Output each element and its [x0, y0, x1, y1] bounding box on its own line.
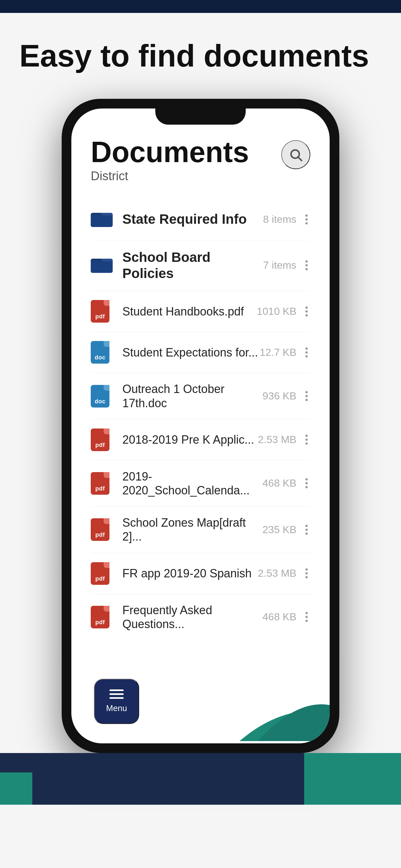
- pdf-icon: pdf: [91, 300, 113, 322]
- phone-bottom: Menu: [71, 653, 330, 743]
- list-item[interactable]: pdf Frequently Asked Questions... 468 KB: [91, 594, 310, 640]
- list-item[interactable]: pdf Student Handbooks.pdf 1010 KB: [91, 291, 310, 332]
- document-header: Documents District: [91, 137, 310, 183]
- item-name: 2018-2019 Pre K Applic...: [122, 433, 258, 446]
- item-meta: 1010 KB: [257, 306, 297, 317]
- item-name: State Required Info: [122, 211, 263, 227]
- phone-frame: Documents District: [62, 99, 339, 753]
- item-meta: 7 items: [263, 259, 297, 271]
- more-options-button[interactable]: [303, 566, 310, 581]
- more-options-button[interactable]: [303, 389, 310, 404]
- item-meta: 235 KB: [263, 524, 297, 536]
- more-options-button[interactable]: [303, 522, 310, 537]
- pdf-icon: pdf: [91, 472, 113, 495]
- search-button[interactable]: [281, 140, 310, 169]
- folder-icon: [91, 208, 113, 231]
- doc-icon: doc: [91, 341, 113, 364]
- more-options-button[interactable]: [303, 304, 310, 319]
- list-item[interactable]: State Required Info 8 items: [91, 199, 310, 240]
- item-name: FR app 2019-20 Spanish: [122, 566, 258, 580]
- more-options-button[interactable]: [303, 476, 310, 491]
- pdf-icon: pdf: [91, 429, 113, 451]
- list-item[interactable]: School Board Policies 7 items: [91, 240, 310, 291]
- more-options-button[interactable]: [303, 609, 310, 624]
- svg-rect-3: [91, 215, 113, 227]
- list-item[interactable]: pdf FR app 2019-20 Spanish 2.53 MB: [91, 553, 310, 594]
- more-options-button[interactable]: [303, 212, 310, 227]
- menu-button[interactable]: Menu: [94, 679, 139, 724]
- item-name: Frequently Asked Questions...: [122, 603, 263, 631]
- header-text: Documents District: [91, 137, 249, 183]
- svg-line-1: [298, 157, 302, 160]
- documents-subtitle: District: [91, 169, 249, 183]
- item-meta: 468 KB: [263, 477, 297, 489]
- item-meta: 2.53 MB: [258, 567, 297, 579]
- item-name: Student Handbooks.pdf: [122, 305, 257, 318]
- page-headline: Easy to find documents: [19, 39, 382, 73]
- document-list: State Required Info 8 items School Board…: [91, 199, 310, 640]
- teal-right-accent: [304, 753, 401, 805]
- doc-icon: doc: [91, 385, 113, 407]
- item-meta: 12.7 KB: [259, 346, 297, 359]
- item-name: 2019-2020_School_Calenda...: [122, 469, 263, 497]
- phone-notch: [155, 108, 246, 125]
- list-item[interactable]: doc Outreach 1 October 17th.doc 936 KB: [91, 373, 310, 419]
- search-icon: [289, 148, 303, 162]
- top-bar: [0, 0, 401, 13]
- teal-left-accent: [0, 772, 32, 805]
- menu-icon: [110, 689, 124, 699]
- more-options-button[interactable]: [303, 258, 310, 273]
- menu-label: Menu: [106, 703, 127, 713]
- list-item[interactable]: pdf 2018-2019 Pre K Applic... 2.53 MB: [91, 420, 310, 461]
- phone-screen: Documents District: [71, 108, 330, 743]
- list-item[interactable]: doc Student Expectations for... 12.7 KB: [91, 332, 310, 373]
- list-item[interactable]: pdf 2019-2020_School_Calenda... 468 KB: [91, 461, 310, 507]
- item-name: School Board Policies: [122, 249, 263, 282]
- item-name: School Zones Map[draft 2]...: [122, 516, 263, 544]
- item-name: Student Expectations for...: [122, 345, 259, 360]
- folder-icon: [91, 254, 113, 277]
- item-meta: 468 KB: [263, 611, 297, 623]
- pdf-icon: pdf: [91, 562, 113, 585]
- more-options-button[interactable]: [303, 345, 310, 360]
- phone-mockup: Documents District: [19, 99, 382, 753]
- item-meta: 2.53 MB: [258, 434, 297, 445]
- documents-title: Documents: [91, 137, 249, 166]
- bottom-section: [0, 753, 401, 805]
- pdf-icon: pdf: [91, 606, 113, 628]
- list-item[interactable]: pdf School Zones Map[draft 2]... 235 KB: [91, 507, 310, 553]
- item-meta: 936 KB: [263, 390, 297, 402]
- more-options-button[interactable]: [303, 432, 310, 447]
- item-meta: 8 items: [263, 213, 297, 225]
- item-name: Outreach 1 October 17th.doc: [122, 382, 263, 410]
- pdf-icon: pdf: [91, 518, 113, 541]
- svg-rect-5: [91, 260, 113, 273]
